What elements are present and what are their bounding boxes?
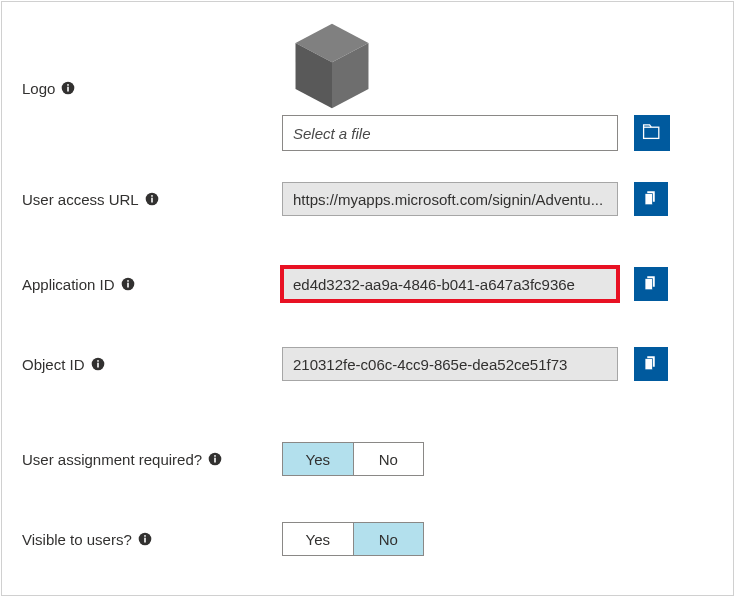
cube-icon xyxy=(282,16,382,116)
row-application-id: Application ID ed4d3232-aa9a-4846-b041-a… xyxy=(2,244,733,324)
toggle-option-yes[interactable]: Yes xyxy=(283,443,354,475)
user-access-url-field: https://myapps.microsoft.com/signin/Adve… xyxy=(282,182,713,216)
toggle-option-no[interactable]: No xyxy=(354,523,424,555)
label-application-id-text: Application ID xyxy=(22,276,115,293)
visible-to-users-field: Yes No xyxy=(282,522,713,556)
svg-rect-15 xyxy=(97,360,99,362)
row-logo: Logo xyxy=(2,2,733,112)
svg-rect-9 xyxy=(151,195,153,197)
row-file-select: Select a file xyxy=(2,112,733,154)
copy-button[interactable] xyxy=(634,182,668,216)
label-user-assignment-required-text: User assignment required? xyxy=(22,451,202,468)
copy-button[interactable] xyxy=(634,347,668,381)
copy-icon xyxy=(642,274,660,295)
label-user-access-url-text: User access URL xyxy=(22,191,139,208)
label-application-id: Application ID xyxy=(22,276,282,293)
row-user-access-url: User access URL https://myapps.microsoft… xyxy=(2,154,733,244)
toggle-user-assignment-required: Yes No xyxy=(282,442,424,476)
label-visible-to-users-text: Visible to users? xyxy=(22,531,132,548)
row-visible-to-users: Visible to users? Yes No xyxy=(2,494,733,574)
folder-open-icon xyxy=(642,124,662,143)
svg-rect-8 xyxy=(151,198,153,203)
row-user-assignment-required: User assignment required? Yes No xyxy=(2,404,733,494)
object-id-input[interactable]: 210312fe-c06c-4cc9-865e-dea52ce51f73 xyxy=(282,347,618,381)
properties-panel: Logo Select a file xyxy=(1,1,734,596)
label-user-assignment-required: User assignment required? xyxy=(22,451,282,468)
toggle-visible-to-users: Yes No xyxy=(282,522,424,556)
file-select-field: Select a file xyxy=(282,115,713,151)
info-icon[interactable] xyxy=(138,532,152,546)
row-object-id: Object ID 210312fe-c06c-4cc9-865e-dea52c… xyxy=(2,324,733,404)
label-logo-text: Logo xyxy=(22,80,55,97)
svg-rect-1 xyxy=(68,87,70,92)
label-object-id-text: Object ID xyxy=(22,356,85,373)
label-user-access-url: User access URL xyxy=(22,191,282,208)
toggle-option-yes[interactable]: Yes xyxy=(283,523,354,555)
svg-rect-18 xyxy=(214,455,216,457)
application-id-input[interactable]: ed4d3232-aa9a-4846-b041-a647a3fc936e xyxy=(282,267,618,301)
application-id-field: ed4d3232-aa9a-4846-b041-a647a3fc936e xyxy=(282,267,713,301)
copy-icon xyxy=(642,354,660,375)
label-visible-to-users: Visible to users? xyxy=(22,531,282,548)
info-icon[interactable] xyxy=(61,81,75,95)
copy-icon xyxy=(642,189,660,210)
svg-rect-14 xyxy=(97,363,99,368)
info-icon[interactable] xyxy=(121,277,135,291)
svg-rect-2 xyxy=(68,84,70,86)
info-icon[interactable] xyxy=(91,357,105,371)
info-icon[interactable] xyxy=(208,452,222,466)
user-access-url-input[interactable]: https://myapps.microsoft.com/signin/Adve… xyxy=(282,182,618,216)
svg-rect-11 xyxy=(127,283,129,288)
info-icon[interactable] xyxy=(145,192,159,206)
svg-rect-6 xyxy=(644,127,659,138)
label-logo: Logo xyxy=(22,36,282,97)
label-object-id: Object ID xyxy=(22,356,282,373)
copy-button[interactable] xyxy=(634,267,668,301)
svg-rect-12 xyxy=(127,280,129,282)
svg-rect-17 xyxy=(214,458,216,463)
object-id-field: 210312fe-c06c-4cc9-865e-dea52ce51f73 xyxy=(282,347,713,381)
svg-rect-20 xyxy=(144,538,146,543)
user-assignment-required-field: Yes No xyxy=(282,442,713,476)
svg-rect-21 xyxy=(144,535,146,537)
logo-preview-col xyxy=(282,16,713,116)
browse-button[interactable] xyxy=(634,115,670,151)
toggle-option-no[interactable]: No xyxy=(354,443,424,475)
file-select-input[interactable]: Select a file xyxy=(282,115,618,151)
